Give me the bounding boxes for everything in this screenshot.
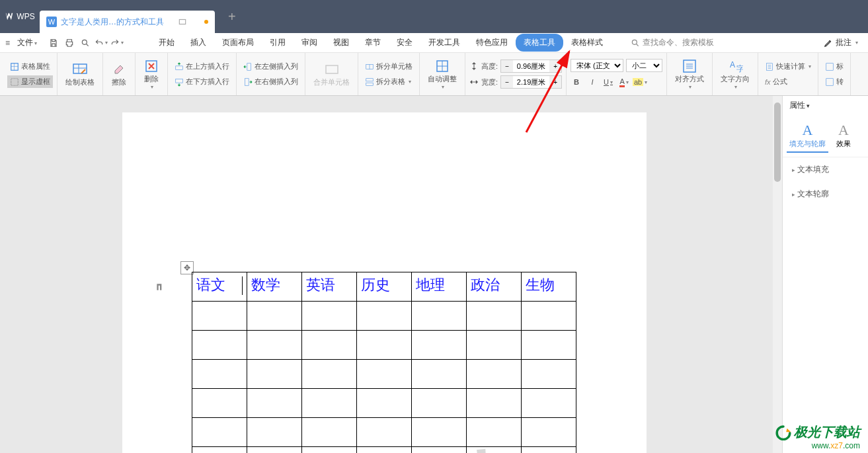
table-cell[interactable] <box>192 418 247 447</box>
table-cell[interactable] <box>522 302 576 331</box>
text-direction-button[interactable]: A字文字方向 <box>717 56 754 93</box>
table-cell[interactable] <box>357 447 412 454</box>
insert-row-below-button[interactable]: 在下方插入行 <box>172 75 232 88</box>
delete-button[interactable]: 删除 <box>139 56 163 93</box>
tab-references[interactable]: 引用 <box>262 34 294 52</box>
repeat-label-button[interactable]: 转 <box>822 75 846 88</box>
table-cell[interactable] <box>467 331 522 360</box>
save-icon[interactable] <box>46 36 61 50</box>
table-cell[interactable] <box>412 360 467 389</box>
table-cell[interactable] <box>192 447 247 454</box>
insert-col-left-button[interactable]: 在左侧插入列 <box>241 60 301 73</box>
insert-col-right-button[interactable]: 在右侧插入列 <box>241 75 301 88</box>
file-menu[interactable]: 文件 <box>12 37 42 48</box>
redo-icon[interactable] <box>110 36 124 50</box>
hamburger-icon[interactable]: ≡ <box>3 38 12 48</box>
tab-table-style[interactable]: 表格样式 <box>563 34 611 52</box>
quick-calc-button[interactable]: 快速计算 <box>762 60 814 73</box>
preview-icon[interactable] <box>78 36 93 50</box>
table-cell[interactable] <box>192 360 247 389</box>
table-cell[interactable]: 历史 <box>357 272 412 302</box>
table-cell[interactable] <box>247 302 302 331</box>
table-cell[interactable] <box>357 302 412 331</box>
table-cell[interactable] <box>192 302 247 331</box>
width-stepper[interactable]: − + <box>500 75 562 89</box>
table-cell[interactable] <box>247 447 302 454</box>
document-table[interactable]: 语文 数学 英语 历史 地理 政治 生物 <box>192 272 576 453</box>
height-stepper[interactable]: − + <box>500 60 562 73</box>
table-cell[interactable]: 语文 <box>192 272 247 302</box>
table-cell[interactable] <box>192 331 247 360</box>
font-name-select[interactable]: 宋体 (正文) <box>571 59 623 72</box>
table-cell[interactable] <box>302 447 357 454</box>
height-plus[interactable]: + <box>549 60 561 72</box>
section-text-fill[interactable]: 文本填充 <box>783 157 868 182</box>
table-cell[interactable] <box>247 331 302 360</box>
bold-button[interactable]: B <box>571 76 582 88</box>
table-cell[interactable] <box>412 302 467 331</box>
section-text-outline[interactable]: 文本轮廓 <box>783 182 868 206</box>
tab-security[interactable]: 安全 <box>389 34 420 52</box>
tab-review[interactable]: 审阅 <box>294 34 325 52</box>
tab-pagelayout[interactable]: 页面布局 <box>214 34 262 52</box>
formula-button[interactable]: fx公式 <box>762 75 814 88</box>
table-cell[interactable] <box>192 389 247 418</box>
align-button[interactable]: 对齐方式 <box>671 56 708 93</box>
width-minus[interactable]: − <box>501 76 513 88</box>
table-cell[interactable] <box>467 389 522 418</box>
table-cell[interactable] <box>467 302 522 331</box>
tab-table-tools[interactable]: 表格工具 <box>516 34 563 52</box>
show-frame-button[interactable]: 显示虚框 <box>7 75 53 88</box>
print-icon[interactable] <box>62 36 77 50</box>
highlight-button[interactable]: ab <box>634 76 646 88</box>
table-cell[interactable] <box>302 302 357 331</box>
table-cell[interactable]: 英语 <box>302 272 357 302</box>
table-cell[interactable]: 数学 <box>247 272 302 302</box>
properties-header[interactable]: 属性 ▾ <box>783 96 868 115</box>
table-cell[interactable] <box>357 389 412 418</box>
table-cell[interactable] <box>522 389 576 418</box>
table-cell[interactable] <box>522 360 576 389</box>
width-plus[interactable]: + <box>549 76 561 88</box>
insert-row-above-button[interactable]: 在上方插入行 <box>172 60 232 73</box>
table-cell[interactable] <box>467 447 522 454</box>
table-cell[interactable] <box>302 418 357 447</box>
erase-button[interactable]: 擦除 <box>107 59 131 90</box>
table-cell[interactable] <box>412 447 467 454</box>
italic-button[interactable]: I <box>586 76 598 88</box>
undo-icon[interactable] <box>94 36 108 50</box>
table-cell[interactable] <box>522 331 576 360</box>
split-cell-button[interactable]: 拆分单元格 <box>362 60 415 73</box>
draw-table-button[interactable]: 绘制表格 <box>61 59 99 90</box>
underline-button[interactable]: U <box>602 76 614 88</box>
table-cell[interactable] <box>247 389 302 418</box>
prop-tab-effect[interactable]: A效果 <box>834 119 853 153</box>
table-properties-button[interactable]: 表格属性 <box>7 60 53 73</box>
table-cell[interactable] <box>412 389 467 418</box>
font-size-select[interactable]: 小二 <box>626 59 662 72</box>
split-table-button[interactable]: 拆分表格 <box>362 75 415 88</box>
table-cell[interactable] <box>522 447 576 454</box>
table-cell[interactable] <box>357 418 412 447</box>
document-tab[interactable]: W 文字是人类用…的方式和工具 <box>40 11 215 33</box>
table-cell[interactable]: 政治 <box>467 272 522 302</box>
tab-chapter[interactable]: 章节 <box>357 34 389 52</box>
tab-view[interactable]: 视图 <box>325 34 357 52</box>
heading-label-button[interactable]: 标 <box>822 60 846 73</box>
table-cell[interactable] <box>247 360 302 389</box>
tab-devtools[interactable]: 开发工具 <box>420 34 468 52</box>
width-input[interactable] <box>513 76 549 88</box>
table-cell[interactable] <box>357 331 412 360</box>
table-cell[interactable]: 地理 <box>412 272 467 302</box>
table-cell[interactable] <box>522 418 576 447</box>
scrollbar-thumb[interactable] <box>774 103 781 182</box>
vertical-scrollbar[interactable] <box>773 96 782 453</box>
table-cell[interactable] <box>302 360 357 389</box>
table-cell[interactable] <box>467 360 522 389</box>
height-minus[interactable]: − <box>501 60 513 72</box>
autofit-button[interactable]: 自动调整 <box>424 56 461 93</box>
search-box[interactable]: 查找命令、搜索模板 <box>631 37 714 48</box>
document-area[interactable]: 站 ✥ 语文 数学 英语 历史 地理 政治 生物 <box>0 96 782 453</box>
table-cell[interactable] <box>467 418 522 447</box>
tab-insert[interactable]: 插入 <box>182 34 214 52</box>
